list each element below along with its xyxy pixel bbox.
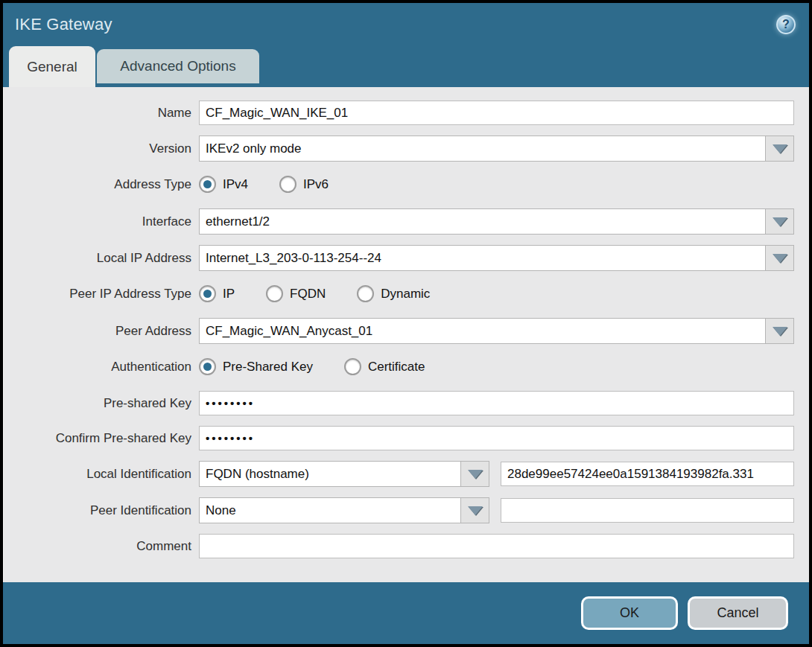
local-identification-type-dropdown-button[interactable] bbox=[460, 462, 489, 486]
radio-ip-circle[interactable] bbox=[199, 285, 216, 302]
peer-ip-address-type-label: Peer IP Address Type bbox=[13, 287, 191, 302]
radio-ip[interactable]: IP bbox=[199, 285, 235, 302]
radio-ipv6-circle[interactable] bbox=[279, 176, 296, 193]
radio-certificate[interactable]: Certificate bbox=[344, 358, 425, 375]
interface-row: Interface ethernet1/2 bbox=[13, 208, 794, 235]
authentication-label: Authentication bbox=[13, 360, 191, 375]
help-icon[interactable]: ? bbox=[776, 15, 796, 34]
address-type-radio-group: IPv4 IPv6 bbox=[199, 176, 360, 193]
interface-dropdown[interactable]: ethernet1/2 bbox=[199, 208, 794, 235]
peer-ip-address-type-row: Peer IP Address Type IP FQDN Dynamic bbox=[13, 281, 794, 306]
name-label: Name bbox=[13, 106, 191, 121]
tabstrip: General Advanced Options bbox=[3, 46, 809, 87]
peer-address-label: Peer Address bbox=[13, 324, 191, 339]
local-ip-address-dropdown-button[interactable] bbox=[765, 246, 793, 270]
radio-pre-shared-key-circle[interactable] bbox=[199, 358, 216, 375]
radio-ipv4-circle[interactable] bbox=[199, 176, 216, 193]
chevron-down-icon bbox=[773, 254, 787, 263]
radio-dynamic-label: Dynamic bbox=[381, 287, 430, 302]
radio-certificate-circle[interactable] bbox=[344, 358, 361, 375]
radio-certificate-label: Certificate bbox=[368, 360, 425, 375]
radio-fqdn-circle[interactable] bbox=[266, 285, 283, 302]
dialog-title: IKE Gateway bbox=[15, 15, 776, 34]
peer-address-dropdown-value: CF_Magic_WAN_Anycast_01 bbox=[200, 319, 765, 343]
name-row: Name bbox=[13, 101, 794, 125]
ok-button[interactable]: OK bbox=[581, 596, 678, 630]
comment-label: Comment bbox=[13, 539, 191, 554]
dialog-footer: OK Cancel bbox=[3, 582, 809, 644]
local-identification-row: Local Identification FQDN (hostname) bbox=[13, 461, 794, 487]
version-label: Version bbox=[13, 141, 191, 156]
radio-dynamic[interactable]: Dynamic bbox=[357, 285, 430, 302]
tab-general[interactable]: General bbox=[9, 46, 95, 87]
peer-identification-type-dropdown[interactable]: None bbox=[199, 497, 489, 523]
confirm-pre-shared-key-row: Confirm Pre-shared Key bbox=[13, 426, 794, 450]
peer-identification-value-input[interactable] bbox=[501, 498, 794, 523]
radio-pre-shared-key[interactable]: Pre-Shared Key bbox=[199, 358, 313, 375]
radio-fqdn[interactable]: FQDN bbox=[266, 285, 326, 302]
pre-shared-key-label: Pre-shared Key bbox=[13, 396, 191, 411]
interface-dropdown-value: ethernet1/2 bbox=[200, 209, 765, 234]
peer-identification-type-dropdown-button[interactable] bbox=[460, 498, 489, 523]
confirm-pre-shared-key-label: Confirm Pre-shared Key bbox=[13, 431, 191, 446]
peer-address-dropdown-button[interactable] bbox=[765, 319, 793, 343]
ike-gateway-dialog: IKE Gateway ? General Advanced Options N… bbox=[3, 3, 809, 644]
peer-address-dropdown[interactable]: CF_Magic_WAN_Anycast_01 bbox=[199, 318, 794, 344]
chevron-down-icon bbox=[468, 506, 483, 515]
address-type-label: Address Type bbox=[13, 177, 191, 192]
general-tab-panel: Name Version IKEv2 only mode Address Typ… bbox=[3, 87, 809, 582]
peer-identification-type-value: None bbox=[200, 498, 460, 523]
comment-row: Comment bbox=[13, 534, 794, 558]
version-dropdown-value: IKEv2 only mode bbox=[200, 136, 765, 161]
local-ip-address-label: Local IP Address bbox=[13, 251, 191, 266]
authentication-row: Authentication Pre-Shared Key Certificat… bbox=[13, 354, 794, 379]
radio-ip-label: IP bbox=[223, 287, 235, 302]
peer-ip-address-type-radio-group: IP FQDN Dynamic bbox=[199, 285, 461, 302]
comment-input[interactable] bbox=[199, 534, 794, 558]
cancel-button[interactable]: Cancel bbox=[688, 596, 788, 630]
chevron-down-icon bbox=[773, 217, 787, 226]
version-dropdown[interactable]: IKEv2 only mode bbox=[199, 136, 794, 162]
radio-ipv4[interactable]: IPv4 bbox=[199, 176, 248, 193]
radio-pre-shared-key-label: Pre-Shared Key bbox=[223, 360, 313, 375]
version-row: Version IKEv2 only mode bbox=[13, 136, 794, 162]
radio-ipv6-label: IPv6 bbox=[303, 177, 329, 192]
local-identification-type-value: FQDN (hostname) bbox=[200, 462, 460, 486]
radio-fqdn-label: FQDN bbox=[290, 287, 326, 302]
local-ip-address-row: Local IP Address Internet_L3_203-0-113-2… bbox=[13, 245, 794, 271]
radio-ipv6[interactable]: IPv6 bbox=[279, 176, 329, 193]
chevron-down-icon bbox=[773, 327, 787, 336]
interface-dropdown-button[interactable] bbox=[765, 209, 793, 234]
peer-identification-label: Peer Identification bbox=[13, 503, 191, 518]
dialog-titlebar: IKE Gateway ? bbox=[3, 3, 809, 46]
radio-ipv4-label: IPv4 bbox=[223, 177, 248, 192]
local-ip-address-dropdown-value: Internet_L3_203-0-113-254--24 bbox=[200, 246, 765, 270]
local-identification-type-dropdown[interactable]: FQDN (hostname) bbox=[199, 461, 489, 487]
chevron-down-icon bbox=[773, 144, 787, 153]
pre-shared-key-row: Pre-shared Key bbox=[13, 391, 794, 415]
address-type-row: Address Type IPv4 IPv6 bbox=[13, 172, 794, 197]
chevron-down-icon bbox=[468, 470, 483, 479]
peer-identification-row: Peer Identification None bbox=[13, 497, 794, 523]
radio-dynamic-circle[interactable] bbox=[357, 285, 374, 302]
confirm-pre-shared-key-input[interactable] bbox=[199, 426, 794, 450]
peer-address-row: Peer Address CF_Magic_WAN_Anycast_01 bbox=[13, 318, 794, 344]
pre-shared-key-input[interactable] bbox=[199, 391, 794, 415]
tab-advanced-options[interactable]: Advanced Options bbox=[97, 49, 259, 83]
local-identification-label: Local Identification bbox=[13, 467, 191, 482]
version-dropdown-button[interactable] bbox=[765, 136, 793, 161]
local-ip-address-dropdown[interactable]: Internet_L3_203-0-113-254--24 bbox=[199, 245, 794, 271]
name-input[interactable] bbox=[199, 101, 794, 125]
authentication-radio-group: Pre-Shared Key Certificate bbox=[199, 358, 456, 375]
interface-label: Interface bbox=[13, 214, 191, 229]
local-identification-value-input[interactable] bbox=[501, 462, 794, 486]
